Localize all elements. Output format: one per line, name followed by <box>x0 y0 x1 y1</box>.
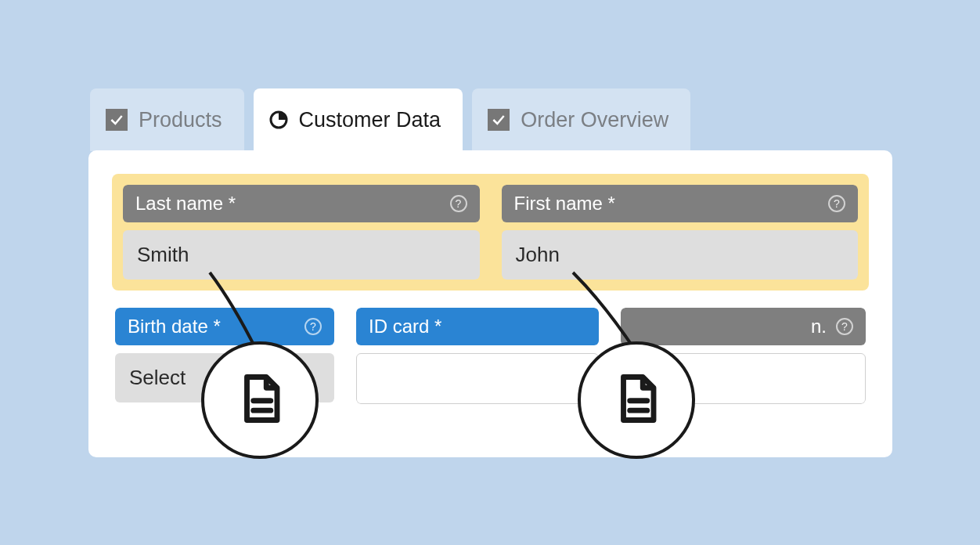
tab-order-overview[interactable]: Order Overview <box>472 88 690 151</box>
help-icon[interactable]: ? <box>450 195 467 212</box>
field-id-card: ID card * <box>356 308 599 404</box>
callout-document-1 <box>201 341 319 459</box>
input-last-name[interactable] <box>123 230 480 280</box>
tab-order-overview-label: Order Overview <box>521 108 668 132</box>
label-third-text: n. <box>811 316 836 337</box>
tab-products-label: Products <box>139 108 222 132</box>
help-icon[interactable]: ? <box>304 318 322 335</box>
label-last-name: Last name * ? <box>123 185 480 222</box>
help-icon[interactable]: ? <box>828 195 845 212</box>
label-first-name-text: First name * <box>514 193 615 215</box>
help-icon[interactable]: ? <box>836 318 853 335</box>
label-birth-date-text: Birth date * <box>128 316 221 337</box>
form-preview-canvas: Products Customer Data Order Overview La… <box>0 0 980 545</box>
tab-customer-data-label: Customer Data <box>299 108 441 132</box>
label-id-card: ID card * <box>356 308 599 345</box>
tab-products[interactable]: Products <box>90 88 244 151</box>
label-id-card-text: ID card * <box>369 316 441 337</box>
tab-bar: Products Customer Data Order Overview <box>90 88 690 151</box>
document-icon <box>611 373 662 428</box>
input-id-card[interactable] <box>356 353 599 404</box>
callout-document-2 <box>578 341 695 459</box>
check-icon <box>106 109 128 131</box>
label-birth-date: Birth date * ? <box>115 308 334 345</box>
label-last-name-text: Last name * <box>135 193 236 215</box>
highlighted-field-group: Last name * ? First name * ? <box>112 174 869 291</box>
quarter-pie-icon <box>269 110 288 129</box>
field-last-name: Last name * ? <box>123 185 480 280</box>
input-first-name[interactable] <box>502 230 859 280</box>
document-icon <box>234 373 286 428</box>
field-first-name: First name * ? <box>502 185 859 280</box>
check-icon <box>488 109 510 131</box>
tab-customer-data[interactable]: Customer Data <box>254 88 463 151</box>
label-first-name: First name * ? <box>502 185 859 222</box>
label-third: n. ? <box>621 308 866 345</box>
